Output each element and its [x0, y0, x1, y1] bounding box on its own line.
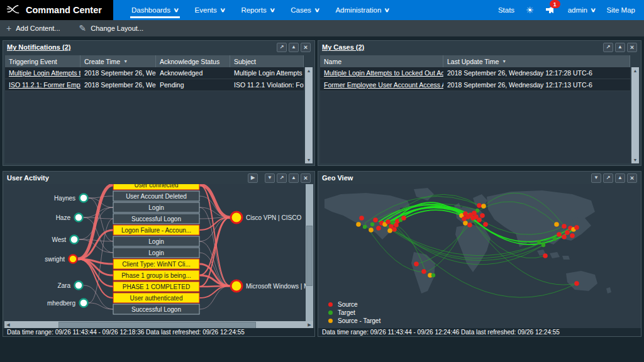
legend-dot-icon	[328, 310, 333, 315]
detach-icon[interactable]	[603, 173, 613, 183]
source-point	[472, 211, 477, 216]
user-node[interactable]	[75, 214, 83, 222]
play-icon[interactable]	[248, 173, 258, 183]
column-header-subject[interactable]: Subject	[230, 55, 304, 67]
column-header-acknowledge-status[interactable]: Acknowledge Status	[156, 55, 230, 67]
user-activity-panel: User Activity User connectedUser Account…	[3, 171, 315, 337]
brightness-icon[interactable]: ☀	[526, 6, 534, 14]
user-label: Zara	[57, 282, 70, 289]
nav-item-dashboards[interactable]: Dashboards∨	[123, 0, 187, 20]
user-activity-title: User Activity	[7, 174, 49, 182]
legend-label: Target	[338, 309, 355, 316]
event-label: Login	[148, 238, 164, 245]
detach-icon[interactable]	[277, 43, 287, 52]
app-title: Command Center	[26, 5, 102, 15]
entity-node[interactable]	[231, 280, 242, 292]
geo-map: SourceTargetSource - Target	[319, 184, 641, 329]
close-icon[interactable]	[301, 43, 311, 52]
top-nav-bar: Command Center Dashboards∨Events∨Reports…	[0, 0, 644, 20]
nav-item-events[interactable]: Events∨	[187, 0, 233, 20]
notifications-scrollbar[interactable]: ▲ ▼	[305, 67, 313, 163]
scroll-up-icon[interactable]: ▲	[631, 67, 639, 74]
nav-right: Stats ☀ 1 admin ∨ Site Map	[498, 0, 644, 20]
app-logo: Command Center	[0, 0, 113, 20]
user-label: mhedberg	[47, 300, 75, 307]
source-point	[543, 253, 548, 258]
detach-icon[interactable]	[277, 173, 287, 183]
source-target-point	[369, 228, 374, 233]
collapse-icon[interactable]	[615, 43, 625, 52]
my-notifications-title[interactable]: My Notifications (2)	[7, 43, 70, 51]
source-point	[467, 222, 472, 228]
announcements-button[interactable]: 1	[545, 4, 557, 16]
row-cell: 2018 September 26, Wedne...	[80, 79, 156, 90]
row-link[interactable]: Multiple Login Attempts to Locked Out Ac…	[320, 67, 443, 79]
continent-shape	[550, 252, 560, 258]
entity-node[interactable]	[231, 212, 242, 223]
event-label: Logon Failure - Accoun...	[121, 227, 191, 234]
site-map-link[interactable]: Site Map	[607, 6, 635, 14]
user-menu[interactable]: admin ∨	[568, 6, 596, 14]
geo-view-title: Geo View	[322, 174, 353, 182]
target-point	[391, 221, 394, 224]
pencil-icon: ✎	[79, 24, 87, 33]
scroll-up-icon[interactable]: ▲	[305, 67, 313, 74]
close-icon[interactable]	[301, 173, 311, 183]
source-point	[477, 217, 482, 222]
column-header-name[interactable]: Name	[320, 55, 443, 67]
vertical-scrollbar[interactable]	[306, 184, 313, 321]
user-node[interactable]	[75, 282, 83, 290]
source-point	[565, 230, 570, 235]
close-icon[interactable]	[627, 43, 637, 52]
chevron-down-icon: ∨	[590, 7, 596, 13]
source-point	[574, 225, 579, 230]
export-icon[interactable]	[265, 173, 275, 183]
cases-scrollbar[interactable]: ▲ ▼	[631, 67, 639, 163]
row-cell: ISO 11.2.1 Violation: Forme...	[230, 79, 304, 90]
user-label: swright	[45, 256, 65, 263]
nav-item-reports[interactable]: Reports∨	[233, 0, 282, 20]
collapse-icon[interactable]	[289, 173, 299, 183]
change-layout-button[interactable]: ✎ Change Layout...	[79, 24, 144, 33]
export-icon[interactable]	[591, 173, 601, 183]
row-link[interactable]: Multiple Login Attempts to ...	[5, 67, 80, 79]
legend-dot-icon	[328, 302, 333, 307]
nav-item-label: Cases	[291, 6, 311, 14]
nav-item-administration[interactable]: Administration∨	[327, 0, 397, 20]
event-label: Client Type: WinNT Cli...	[122, 261, 191, 268]
geo-view-panel: Geo View SourceTargetSource - Target Dat…	[318, 171, 641, 337]
user-node[interactable]	[70, 236, 79, 244]
user-node[interactable]	[69, 255, 77, 263]
column-header-last-update-time[interactable]: Last Update Time▼	[443, 55, 630, 67]
close-icon[interactable]	[627, 173, 637, 183]
user-node[interactable]	[80, 299, 88, 307]
target-point	[431, 273, 435, 277]
detach-icon[interactable]	[603, 43, 613, 52]
column-header-triggering-event[interactable]: Triggering Event	[5, 55, 80, 67]
table-row: Former Employee User Account Access Atte…	[320, 79, 630, 91]
source-point	[477, 203, 482, 208]
source-target-point	[463, 221, 468, 226]
collapse-icon[interactable]	[615, 173, 625, 183]
scrollbar-thumb[interactable]	[306, 226, 313, 286]
collapse-icon[interactable]	[289, 43, 299, 52]
row-cell: 2018 September 26, Wednesday 12:17:28 UT…	[443, 67, 630, 79]
nav-item-label: Events	[195, 6, 217, 14]
source-point	[570, 233, 575, 238]
column-header-create-time[interactable]: Create Time▼	[80, 55, 156, 67]
user-node[interactable]	[80, 194, 88, 202]
graph-edge	[199, 286, 230, 298]
arcsight-logo-icon	[6, 4, 20, 16]
continent-shape	[606, 287, 611, 293]
add-content-button[interactable]: + Add Content...	[6, 24, 60, 33]
scroll-down-icon[interactable]: ▼	[631, 156, 639, 163]
scroll-down-icon[interactable]: ▼	[305, 156, 313, 163]
row-link[interactable]: ISO 11.2.1: Former Employ...	[5, 79, 80, 90]
legend-item: Target	[328, 309, 380, 317]
stats-link[interactable]: Stats	[498, 6, 514, 14]
nav-item-cases[interactable]: Cases∨	[282, 0, 327, 20]
my-notifications-panel: My Notifications (2) Triggering EventCre…	[3, 40, 315, 166]
continent-shape	[562, 256, 570, 260]
row-link[interactable]: Former Employee User Account Access Atte…	[320, 79, 443, 90]
my-cases-title[interactable]: My Cases (2)	[322, 43, 364, 51]
